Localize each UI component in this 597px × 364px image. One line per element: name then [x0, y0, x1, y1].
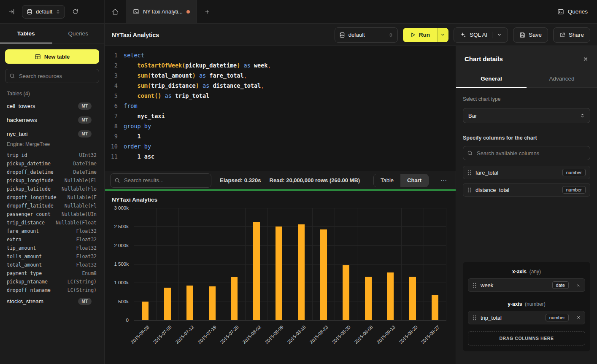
column-item[interactable]: payment_typeEnum8 — [5, 269, 99, 278]
x-tick-label: 2015-07-12 — [175, 324, 195, 345]
column-item[interactable]: pickup_latitudeNullable(Flo — [5, 185, 99, 193]
code-line[interactable]: sum(total_amount) as fare_total, — [124, 70, 456, 81]
axis-column-week[interactable]: weekdate — [468, 278, 585, 292]
sidebar-tab-queries[interactable]: Queries — [52, 24, 105, 43]
code-line[interactable]: nyc_taxi — [124, 111, 456, 121]
bar-2015-09-13[interactable] — [387, 272, 394, 320]
chevron-updown-icon — [580, 113, 585, 119]
code-line[interactable]: order by — [124, 141, 456, 151]
chevron-down-icon[interactable] — [497, 32, 502, 37]
code-line[interactable]: sum(trip_distance) as distance_total, — [124, 81, 456, 91]
save-button[interactable]: Save — [513, 27, 548, 43]
editor-code[interactable]: select toStartOfWeek(pickup_datetime) as… — [124, 50, 456, 171]
column-item[interactable]: fare_amountFloat32 — [5, 227, 99, 235]
results-search — [110, 173, 211, 188]
column-item[interactable]: tolls_amountFloat32 — [5, 252, 99, 261]
remove-column-icon[interactable] — [576, 315, 581, 320]
database-select-topbar[interactable]: default — [22, 5, 65, 19]
code-line[interactable]: from — [124, 101, 456, 111]
bar-2015-07-12[interactable] — [186, 286, 193, 320]
available-column-fare_total[interactable]: fare_totalnumber — [463, 166, 590, 179]
bar-2015-09-06[interactable] — [365, 277, 372, 320]
bar-2015-08-02[interactable] — [253, 222, 260, 320]
column-item[interactable]: total_amountFloat32 — [5, 261, 99, 269]
bar-2015-09-27[interactable] — [432, 295, 438, 320]
column-item[interactable]: trip_distanceNullable(Float — [5, 218, 99, 227]
refresh-button[interactable] — [69, 6, 81, 18]
code-line[interactable]: 1 asc — [124, 151, 456, 162]
chart-type-value: Bar — [468, 113, 477, 119]
tab-general[interactable]: General — [456, 70, 527, 87]
plot-area — [134, 208, 446, 320]
drag-handle-icon[interactable] — [467, 187, 471, 193]
home-tab[interactable] — [105, 0, 126, 23]
axis-column-trip_total[interactable]: trip_totalnumber — [468, 311, 585, 324]
column-item[interactable]: dropoff_latitudeNullable(Fl — [5, 202, 99, 210]
code-line[interactable]: 1 — [124, 131, 456, 141]
table-item-nyc_taxi[interactable]: nyc_taxiMT — [5, 127, 99, 141]
new-table-button[interactable]: New table — [5, 49, 99, 64]
search-columns-input[interactable] — [463, 146, 590, 160]
share-label: Share — [569, 32, 584, 38]
column-item[interactable]: passenger_countNullable(UIn — [5, 210, 99, 218]
column-item[interactable]: dropoff_ntanameLC(String) — [5, 286, 99, 294]
plot-column — [156, 208, 178, 320]
more-options-button[interactable]: ⋯ — [437, 177, 451, 184]
view-toggle-chart[interactable]: Chart — [400, 174, 428, 187]
available-column-distance_total[interactable]: distance_totalnumber — [463, 183, 590, 197]
column-item[interactable]: pickup_longitudeNullable(Fl — [5, 176, 99, 185]
table-item-cell_towers[interactable]: cell_towersMT — [5, 99, 99, 113]
sidebar-tab-tables[interactable]: Tables — [0, 24, 52, 43]
code-line[interactable]: toStartOfWeek(pickup_datetime) as week, — [124, 60, 456, 70]
collapse-sidebar-button[interactable] — [6, 6, 18, 18]
table-item-stocks_stream[interactable]: stocks_streamMT — [5, 294, 99, 308]
search-results-input[interactable] — [110, 173, 211, 188]
table-item-hackernews[interactable]: hackernewsMT — [5, 113, 99, 127]
bar-2015-08-09[interactable] — [276, 226, 282, 320]
bar-2015-07-19[interactable] — [209, 286, 216, 320]
engine-badge: MT — [78, 116, 92, 124]
tab-nytaxi-analytics[interactable]: NYTaxi Analyti... — [126, 0, 197, 23]
database-select-query[interactable]: default — [335, 27, 398, 43]
share-button[interactable]: Share — [553, 27, 590, 43]
bar-2015-06-28[interactable] — [142, 302, 149, 320]
column-item[interactable]: pickup_ntanameLC(String) — [5, 278, 99, 286]
line-number: 5 — [105, 91, 118, 101]
run-button[interactable]: Run — [403, 28, 437, 42]
bar-2015-09-20[interactable] — [409, 277, 416, 320]
bar-2015-07-05[interactable] — [164, 288, 171, 320]
bar-2015-08-23[interactable] — [320, 229, 327, 320]
drag-handle-icon[interactable] — [467, 170, 471, 175]
query-header: NYTaxi Analytics default Run SQL AI — [105, 24, 597, 46]
bar-2015-08-30[interactable] — [343, 265, 349, 320]
sql-ai-button[interactable]: SQL AI — [454, 27, 508, 43]
plot-column — [134, 208, 156, 320]
run-options-button[interactable] — [437, 28, 448, 42]
sql-editor[interactable]: 1234567891011 select toStartOfWeek(picku… — [105, 46, 456, 171]
chart-type-select[interactable]: Bar — [463, 108, 590, 123]
search-resources-input[interactable] — [5, 69, 99, 83]
remove-column-icon[interactable] — [576, 283, 581, 287]
code-line[interactable]: count() as trip_total — [124, 91, 456, 101]
tab-advanced[interactable]: Advanced — [527, 70, 597, 87]
chevron-down-icon — [440, 32, 445, 37]
table-name: hackernews — [7, 117, 37, 123]
new-tab-button[interactable] — [197, 0, 217, 23]
column-item[interactable]: dropoff_datetimeDateTime — [5, 168, 99, 176]
drag-handle-icon[interactable] — [473, 283, 476, 288]
queries-button[interactable]: Queries — [557, 8, 588, 15]
column-item[interactable]: tip_amountFloat32 — [5, 244, 99, 252]
view-toggle-table[interactable]: Table — [374, 174, 400, 187]
bar-2015-08-16[interactable] — [298, 224, 305, 320]
drag-columns-dropzone[interactable]: DRAG COLUMNS HERE — [468, 331, 585, 345]
bar-2015-07-26[interactable] — [231, 277, 238, 320]
code-line[interactable]: group by — [124, 121, 456, 131]
code-line[interactable]: select — [124, 50, 456, 60]
drag-handle-icon[interactable] — [473, 315, 476, 321]
workspace: 1234567891011 select toStartOfWeek(picku… — [105, 46, 456, 364]
column-item[interactable]: pickup_datetimeDateTime — [5, 159, 99, 168]
close-panel-button[interactable] — [583, 56, 589, 62]
column-item[interactable]: trip_idUInt32 — [5, 151, 99, 159]
column-item[interactable]: extraFloat32 — [5, 235, 99, 244]
column-item[interactable]: dropoff_longitudeNullable(F — [5, 193, 99, 202]
